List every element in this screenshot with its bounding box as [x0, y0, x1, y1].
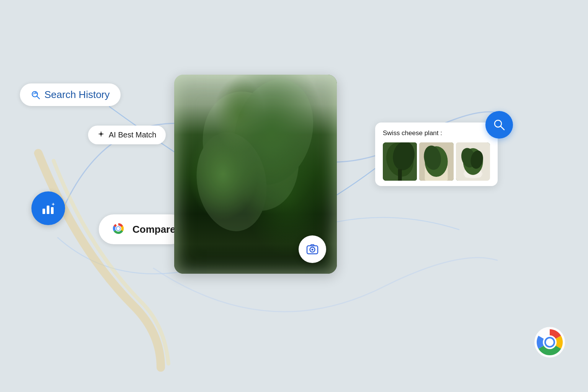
search-history-icon [31, 90, 41, 100]
svg-line-31 [501, 126, 504, 130]
result-image-1 [383, 142, 417, 181]
plant-image-card [174, 75, 337, 274]
results-title: Swiss cheese plant : [383, 129, 490, 137]
results-images-row [383, 142, 490, 181]
google-lens-button[interactable] [299, 235, 326, 263]
result-image-2 [419, 142, 453, 181]
chrome-icon [109, 220, 127, 239]
google-lens-icon [305, 242, 320, 257]
search-history-label: Search History [44, 89, 110, 101]
svg-point-9 [117, 227, 120, 230]
search-circle-button[interactable] [485, 111, 513, 139]
compare-pill[interactable]: Compare [99, 214, 186, 244]
chart-sparkle-icon [39, 199, 57, 217]
ai-best-match-pill[interactable]: AI Best Match [88, 126, 166, 144]
ai-best-match-label: AI Best Match [109, 131, 157, 139]
svg-rect-2 [42, 209, 45, 214]
svg-point-35 [546, 338, 554, 346]
search-history-pill[interactable]: Search History [20, 83, 121, 106]
compare-label: Compare [132, 224, 176, 235]
sparkle-icon [97, 130, 105, 140]
svg-line-1 [37, 96, 39, 99]
svg-rect-3 [47, 206, 49, 214]
chrome-logo-large [534, 327, 565, 358]
chart-circle[interactable] [31, 191, 65, 225]
search-results-card: Swiss cheese plant : [375, 122, 498, 186]
svg-rect-4 [51, 207, 54, 214]
svg-point-15 [312, 249, 314, 251]
svg-rect-19 [398, 169, 402, 181]
result-image-3 [456, 142, 490, 181]
chrome-logo-icon [534, 327, 565, 358]
search-icon [493, 118, 506, 131]
